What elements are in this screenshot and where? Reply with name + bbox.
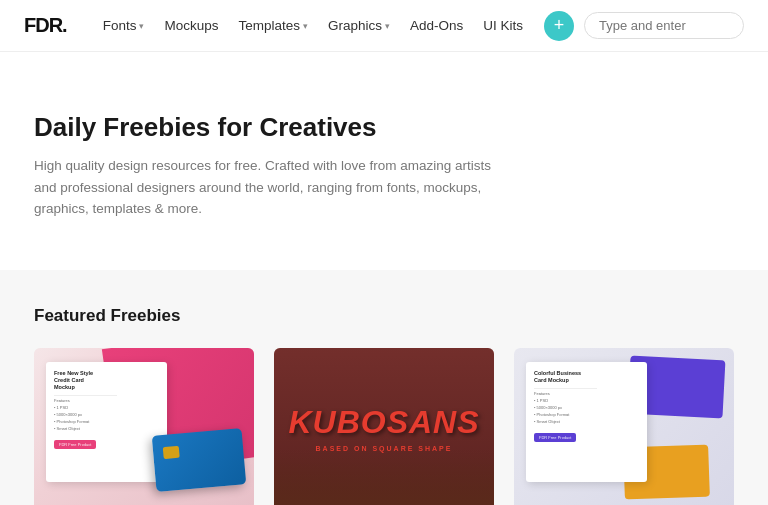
chevron-icon-graphics: ▾ — [385, 21, 390, 31]
nav-actions: + — [544, 11, 744, 41]
kubo-main-text: KUBOSANS — [288, 404, 479, 441]
add-button[interactable]: + — [544, 11, 574, 41]
white-card-paper: Colorful BusinessCard Mockup Features • … — [526, 362, 647, 482]
hero-section: Daily Freebies for Creatives High qualit… — [0, 52, 768, 270]
card-credit-card[interactable]: Free New StyleCredit CardMockup Features… — [34, 348, 254, 505]
card-kubo-sans[interactable]: KUBOSANS BASED ON SQUARE SHAPE Kubo Sans… — [274, 348, 494, 505]
nav-item-uikits[interactable]: UI Kits — [475, 12, 531, 39]
colorful-biz-card-image: Colorful BusinessCard Mockup Features • … — [514, 348, 734, 505]
nav-label-mockups: Mockups — [164, 18, 218, 33]
nav-item-fonts[interactable]: Fonts ▾ — [95, 12, 153, 39]
biz-paper-title: Colorful BusinessCard Mockup — [534, 370, 639, 384]
credit-card-mockup-image: Free New StyleCredit CardMockup Features… — [34, 348, 254, 505]
card-biz-card[interactable]: Colorful BusinessCard Mockup Features • … — [514, 348, 734, 505]
hero-title: Daily Freebies for Creatives — [34, 112, 734, 143]
nav-items: Fonts ▾ Mockups Templates ▾ Graphics ▾ A… — [95, 12, 544, 39]
nav-label-addons: Add-Ons — [410, 18, 463, 33]
biz-feature-2: • 5000×3000 px — [534, 405, 639, 410]
featured-title: Featured Freebies — [34, 306, 734, 326]
cards-grid: Free New StyleCredit CardMockup Features… — [34, 348, 734, 505]
blue-credit-card — [152, 428, 247, 492]
features-label: Features — [54, 398, 159, 403]
nav-item-mockups[interactable]: Mockups — [156, 12, 226, 39]
feature-4: • Smart Object — [54, 426, 159, 431]
biz-feature-1: • 1 PSD — [534, 398, 639, 403]
kubo-sub-text: BASED ON SQUARE SHAPE — [316, 445, 453, 452]
chevron-icon-fonts: ▾ — [139, 21, 144, 31]
biz-divider — [534, 388, 597, 389]
navbar: FDR. Fonts ▾ Mockups Templates ▾ Graphic… — [0, 0, 768, 52]
biz-features-label: Features — [534, 391, 639, 396]
nav-label-graphics: Graphics — [328, 18, 382, 33]
building-silhouette — [274, 448, 494, 505]
mockup-paper-title: Free New StyleCredit CardMockup — [54, 370, 159, 391]
feature-3: • Photoshop Format — [54, 419, 159, 424]
nav-label-fonts: Fonts — [103, 18, 137, 33]
chevron-icon-templates: ▾ — [303, 21, 308, 31]
divider-line — [54, 395, 117, 396]
logo[interactable]: FDR. — [24, 14, 67, 37]
mockup-paper: Free New StyleCredit CardMockup Features… — [46, 362, 167, 482]
nav-label-templates: Templates — [238, 18, 300, 33]
biz-feature-3: • Photoshop Format — [534, 412, 639, 417]
nav-item-graphics[interactable]: Graphics ▾ — [320, 12, 398, 39]
nav-item-templates[interactable]: Templates ▾ — [230, 12, 316, 39]
kubo-sans-image: KUBOSANS BASED ON SQUARE SHAPE — [274, 348, 494, 505]
featured-section: Featured Freebies Free New StyleCredit C… — [0, 270, 768, 505]
fdr-btn-1: FDR Free Product — [54, 440, 96, 449]
biz-feature-4: • Smart Object — [534, 419, 639, 424]
feature-1: • 1 PSD — [54, 405, 159, 410]
hero-description: High quality design resources for free. … — [34, 155, 514, 220]
fdr-btn-3: FDR Free Product — [534, 433, 576, 442]
feature-2: • 5000×3000 px — [54, 412, 159, 417]
search-input[interactable] — [584, 12, 744, 39]
nav-item-addons[interactable]: Add-Ons — [402, 12, 471, 39]
nav-label-uikits: UI Kits — [483, 18, 523, 33]
